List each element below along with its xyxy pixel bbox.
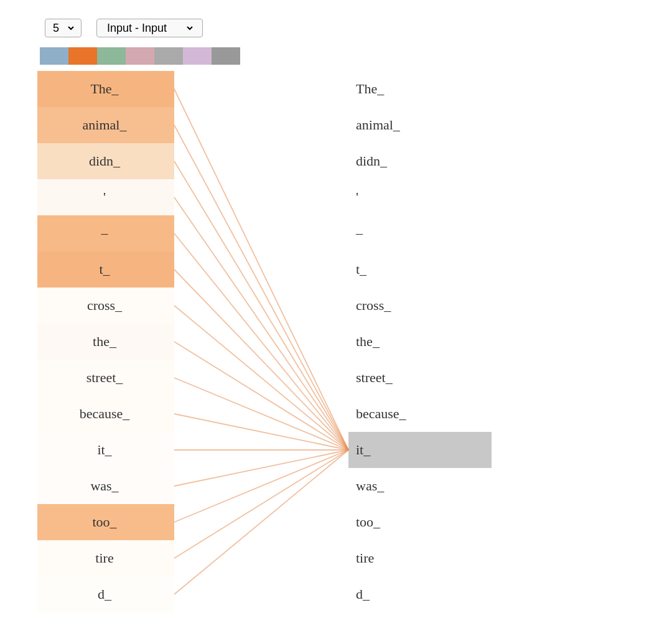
right-token-4[interactable]: –	[348, 215, 492, 251]
right-token-11[interactable]: was_	[348, 468, 492, 504]
left-token-0[interactable]: The_	[37, 71, 174, 107]
swatch-2[interactable]	[97, 47, 126, 65]
attention-select[interactable]: Input - Input Input - Output Output - Ou…	[105, 21, 195, 35]
left-token-6[interactable]: cross_	[37, 288, 174, 324]
left-token-1[interactable]: animal_	[37, 107, 174, 143]
swatch-4[interactable]	[154, 47, 183, 65]
left-token-8[interactable]: street_	[37, 360, 174, 396]
main-container: 5 1234 678910 1112 Input - Input Input -…	[0, 0, 672, 631]
svg-line-5	[174, 269, 348, 450]
svg-line-7	[174, 342, 348, 450]
left-token-3[interactable]: '	[37, 179, 174, 215]
right-token-9[interactable]: because_	[348, 396, 492, 432]
right-token-2[interactable]: didn_	[348, 143, 492, 179]
svg-line-9	[174, 414, 348, 450]
right-token-12[interactable]: too_	[348, 504, 492, 540]
left-token-2[interactable]: didn_	[37, 143, 174, 179]
svg-line-2	[174, 161, 348, 450]
swatch-0[interactable]	[40, 47, 68, 65]
right-token-14[interactable]: d_	[348, 576, 492, 612]
attention-select-wrapper[interactable]: Input - Input Input - Output Output - Ou…	[96, 19, 203, 37]
right-token-3[interactable]: '	[348, 179, 492, 215]
svg-line-1	[174, 125, 348, 450]
swatch-5[interactable]	[183, 47, 212, 65]
left-token-13[interactable]: tire	[37, 540, 174, 576]
swatch-1[interactable]	[68, 47, 97, 65]
left-token-5[interactable]: t_	[37, 251, 174, 288]
right-token-8[interactable]: street_	[348, 360, 492, 396]
svg-line-3	[174, 197, 348, 450]
svg-line-14	[174, 450, 348, 594]
left-token-9[interactable]: because_	[37, 396, 174, 432]
svg-line-12	[174, 450, 348, 522]
right-token-1[interactable]: animal_	[348, 107, 492, 143]
controls-row: 5 1234 678910 1112 Input - Input Input -…	[37, 19, 635, 37]
svg-line-8	[174, 378, 348, 450]
svg-line-4	[174, 233, 348, 450]
right-token-7[interactable]: the_	[348, 324, 492, 360]
swatch-6[interactable]	[212, 47, 240, 65]
right-token-6[interactable]: cross_	[348, 288, 492, 324]
layer-select[interactable]: 5 1234 678910 1112	[50, 21, 76, 35]
swatch-3[interactable]	[126, 47, 154, 65]
left-token-12[interactable]: too_	[37, 504, 174, 540]
left-token-14[interactable]: d_	[37, 576, 174, 612]
swatches-row	[40, 47, 635, 65]
svg-line-0	[174, 89, 348, 450]
left-token-10[interactable]: it_	[37, 432, 174, 468]
right-token-10[interactable]: it_	[348, 432, 492, 468]
left-token-4[interactable]: –	[37, 215, 174, 251]
left-token-7[interactable]: the_	[37, 324, 174, 360]
left-token-11[interactable]: was_	[37, 468, 174, 504]
right-token-0[interactable]: The_	[348, 71, 492, 107]
content-area: The_animal_didn_'–t_cross_the_street_bec…	[37, 71, 635, 612]
right-token-13[interactable]: tire	[348, 540, 492, 576]
svg-line-13	[174, 450, 348, 558]
svg-line-6	[174, 306, 348, 450]
layer-select-wrapper[interactable]: 5 1234 678910 1112	[45, 19, 82, 37]
svg-line-11	[174, 450, 348, 486]
right-token-column: The_animal_didn_'–t_cross_the_street_bec…	[348, 71, 492, 612]
right-token-5[interactable]: t_	[348, 251, 492, 288]
left-token-column: The_animal_didn_'–t_cross_the_street_bec…	[37, 71, 174, 612]
